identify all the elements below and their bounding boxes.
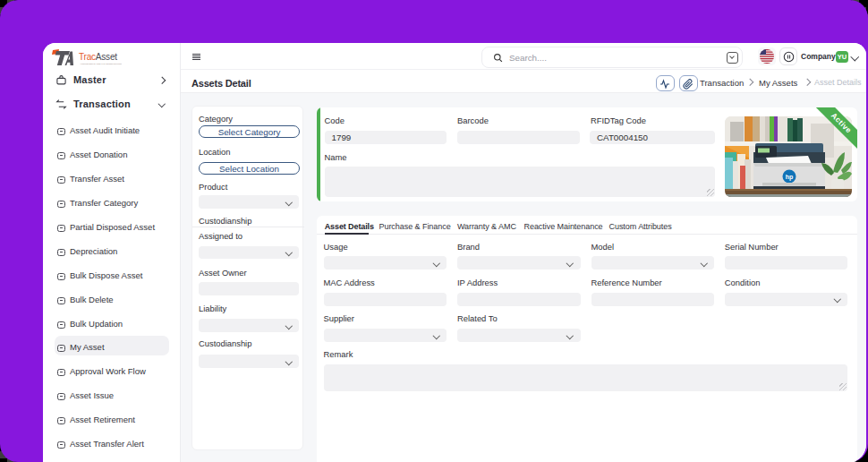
- svg-text:hp: hp: [786, 174, 794, 181]
